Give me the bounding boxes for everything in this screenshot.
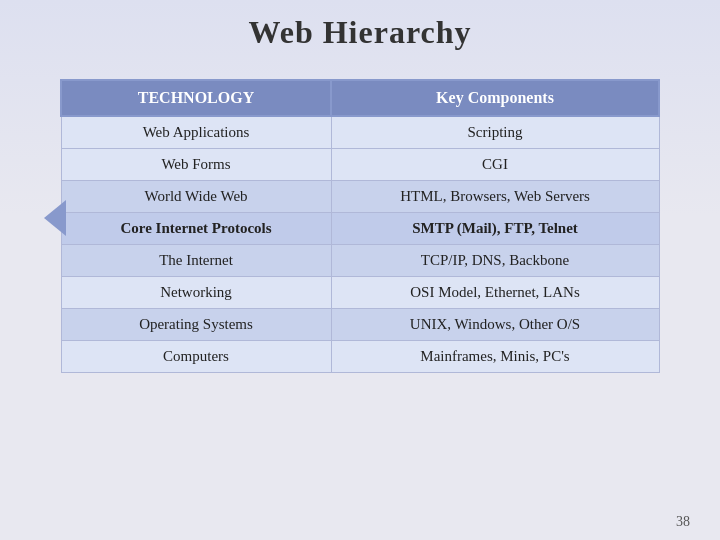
- cell-technology: Core Internet Protocols: [61, 213, 331, 245]
- cell-components: SMTP (Mail), FTP, Telnet: [331, 213, 659, 245]
- table-row: Operating SystemsUNIX, Windows, Other O/…: [61, 309, 659, 341]
- cell-components: UNIX, Windows, Other O/S: [331, 309, 659, 341]
- table-row: ComputersMainframes, Minis, PC's: [61, 341, 659, 373]
- table-wrapper: TECHNOLOGY Key Components Web Applicatio…: [60, 79, 660, 373]
- table-row: The InternetTCP/IP, DNS, Backbone: [61, 245, 659, 277]
- header-technology: TECHNOLOGY: [61, 80, 331, 116]
- table-row: Web ApplicationsScripting: [61, 116, 659, 149]
- cell-components: HTML, Browsers, Web Servers: [331, 181, 659, 213]
- table-row: Core Internet ProtocolsSMTP (Mail), FTP,…: [61, 213, 659, 245]
- slide-number: 38: [676, 514, 690, 530]
- cell-components: OSI Model, Ethernet, LANs: [331, 277, 659, 309]
- slide: Web Hierarchy TECHNOLOGY Key Components …: [0, 0, 720, 540]
- table-header-row: TECHNOLOGY Key Components: [61, 80, 659, 116]
- cell-technology: Web Forms: [61, 149, 331, 181]
- cell-technology: Operating Systems: [61, 309, 331, 341]
- cell-components: Scripting: [331, 116, 659, 149]
- cell-technology: Web Applications: [61, 116, 331, 149]
- hierarchy-table: TECHNOLOGY Key Components Web Applicatio…: [60, 79, 660, 373]
- cell-components: CGI: [331, 149, 659, 181]
- table-row: World Wide WebHTML, Browsers, Web Server…: [61, 181, 659, 213]
- header-key-components: Key Components: [331, 80, 659, 116]
- slide-title: Web Hierarchy: [248, 14, 471, 51]
- cell-components: TCP/IP, DNS, Backbone: [331, 245, 659, 277]
- cell-technology: Computers: [61, 341, 331, 373]
- cell-components: Mainframes, Minis, PC's: [331, 341, 659, 373]
- cell-technology: Networking: [61, 277, 331, 309]
- table-row: NetworkingOSI Model, Ethernet, LANs: [61, 277, 659, 309]
- left-arrow-decoration: [44, 200, 66, 236]
- cell-technology: The Internet: [61, 245, 331, 277]
- cell-technology: World Wide Web: [61, 181, 331, 213]
- table-row: Web FormsCGI: [61, 149, 659, 181]
